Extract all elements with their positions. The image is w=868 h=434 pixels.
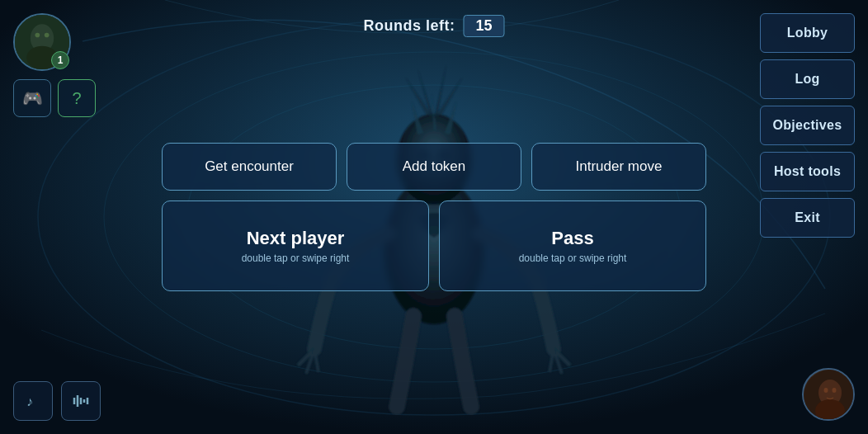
action-row-1: Get encounter Add token Intruder move <box>162 143 706 191</box>
help-button[interactable]: ? <box>58 79 96 117</box>
rounds-bar: Rounds left: 15 <box>363 15 504 37</box>
sound-button[interactable] <box>61 381 101 421</box>
get-encounter-label: Get encounter <box>205 158 294 175</box>
pass-button[interactable]: Pass double tap or swipe right <box>439 200 706 291</box>
add-token-label: Add token <box>403 158 466 175</box>
exit-button[interactable]: Exit <box>760 198 855 238</box>
host-tools-button[interactable]: Host tools <box>760 152 855 191</box>
log-button[interactable]: Log <box>760 59 855 99</box>
objectives-button[interactable]: Objectives <box>760 106 855 145</box>
rounds-label: Rounds left: <box>363 17 455 35</box>
intruder-move-label: Intruder move <box>576 158 663 175</box>
music-icon: ♪ <box>24 392 42 410</box>
add-token-button[interactable]: Add token <box>347 143 521 191</box>
right-sidebar: Lobby Log Objectives Host tools Exit <box>760 13 855 238</box>
svg-point-24 <box>35 33 40 38</box>
sound-wave-icon <box>68 392 93 410</box>
music-button[interactable]: ♪ <box>13 381 53 421</box>
bottom-right-avatar <box>802 368 855 421</box>
lobby-button[interactable]: Lobby <box>760 13 855 53</box>
left-panel: 1 🎮 ? <box>13 13 96 117</box>
pass-subtitle: double tap or swipe right <box>519 252 627 264</box>
main-actions-panel: Get encounter Add token Intruder move Ne… <box>162 143 706 291</box>
icon-buttons-row: 🎮 ? <box>13 79 96 117</box>
next-player-button[interactable]: Next player double tap or swipe right <box>162 200 429 291</box>
pass-title: Pass <box>551 228 593 249</box>
svg-point-25 <box>45 33 50 38</box>
next-player-title: Next player <box>247 228 345 249</box>
svg-point-36 <box>824 388 828 393</box>
get-encounter-button[interactable]: Get encounter <box>162 143 337 191</box>
gamepad-button[interactable]: 🎮 <box>13 79 51 117</box>
next-player-subtitle: double tap or swipe right <box>242 252 350 264</box>
svg-point-37 <box>833 388 837 393</box>
rounds-value: 15 <box>463 15 504 37</box>
bottom-player-portrait <box>804 370 855 421</box>
player-avatar-container: 1 <box>13 13 71 71</box>
bottom-left-controls: ♪ <box>13 381 101 421</box>
action-row-2: Next player double tap or swipe right Pa… <box>162 200 706 291</box>
bottom-right-avatar-container <box>802 368 855 421</box>
player-number-badge: 1 <box>51 51 69 69</box>
svg-text:♪: ♪ <box>26 394 33 408</box>
intruder-move-button[interactable]: Intruder move <box>531 143 706 191</box>
